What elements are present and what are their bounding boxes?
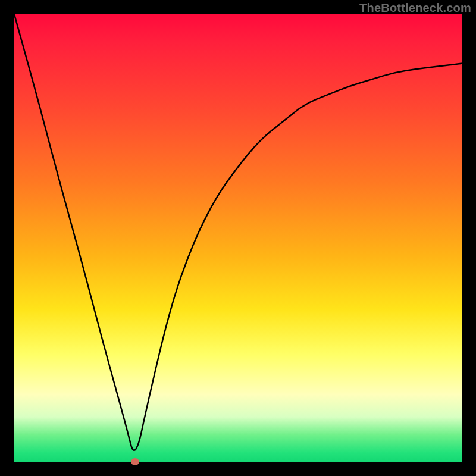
minimum-marker xyxy=(131,458,139,465)
chart-frame: TheBottleneck.com xyxy=(0,0,476,476)
plot-area xyxy=(14,14,462,462)
bottleneck-curve xyxy=(14,14,462,450)
watermark-text: TheBottleneck.com xyxy=(359,1,471,15)
curve-layer xyxy=(14,14,462,462)
